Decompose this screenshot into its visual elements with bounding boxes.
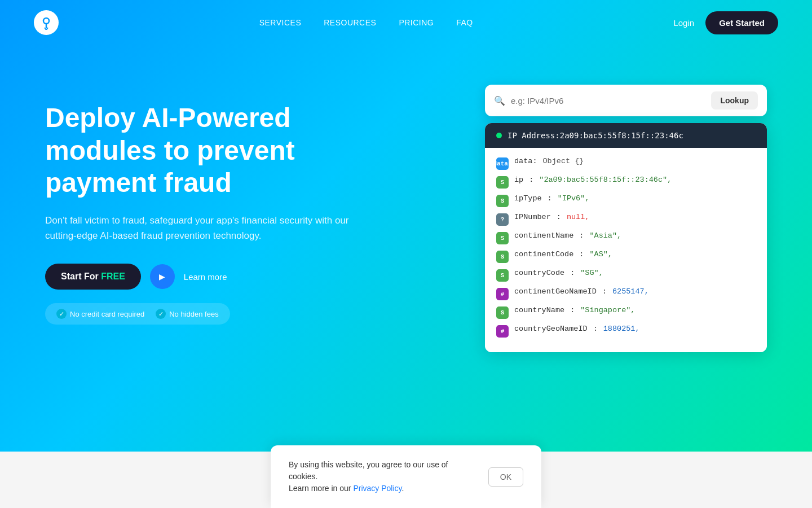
json-value-1: "IPv6",: [558, 194, 590, 203]
json-row-5: S countryCode : "SG",: [496, 269, 756, 282]
ok-button[interactable]: OK: [488, 467, 523, 487]
json-key-5: countryCode: [514, 269, 564, 277]
json-colon-0: :: [529, 176, 533, 184]
cookie-text: By using this website, you agree to our …: [289, 459, 477, 494]
badge-icon-0: S: [496, 176, 509, 189]
start-button[interactable]: Start For FREE: [45, 264, 141, 290]
login-button[interactable]: Login: [673, 18, 694, 28]
search-input[interactable]: [511, 96, 705, 106]
api-demo: 🔍 Lookup IP Address:2a09:bac5:55f8:15f::…: [485, 85, 767, 352]
json-value-7: "Singapore",: [580, 306, 635, 314]
json-row-data: data: data: Object {}: [496, 157, 756, 170]
privacy-policy-link[interactable]: Privacy Policy: [353, 484, 401, 493]
navbar: SERVICES RESOURCES PRICING FAQ Login Get…: [0, 0, 812, 45]
lookup-button[interactable]: Lookup: [711, 91, 758, 110]
json-row-8: # countryGeoNameID : 1880251,: [496, 325, 756, 338]
cookie-banner: By using this website, you agree to our …: [271, 445, 541, 508]
json-key-0: ip: [514, 176, 523, 184]
json-key-4: continentCode: [514, 250, 573, 259]
json-colon-5: :: [570, 269, 575, 277]
json-value-4: "AS",: [589, 250, 612, 259]
badge-icon-7: S: [496, 306, 509, 319]
nav-links: SERVICES RESOURCES PRICING FAQ: [259, 17, 473, 28]
hero-content: Deploy AI-Powered modules to prevent pay…: [0, 45, 812, 352]
badge-no-credit-label: No credit card required: [70, 310, 144, 318]
free-label: FREE: [101, 271, 125, 281]
badge-icon-8: #: [496, 325, 509, 338]
hero-left: Deploy AI-Powered modules to prevent pay…: [45, 79, 361, 325]
json-key-7: countryName: [514, 306, 564, 314]
json-colon-7: :: [570, 306, 575, 314]
get-started-button[interactable]: Get Started: [705, 11, 778, 34]
nav-faq[interactable]: FAQ: [456, 18, 473, 27]
json-value-5: "SG",: [580, 269, 603, 277]
api-result-header: IP Address:2a09:bac5:55f8:15f::23:46c: [485, 123, 767, 148]
json-colon-2: :: [557, 213, 561, 221]
play-icon: ▶: [159, 272, 165, 281]
hero-actions: Start For FREE ▶ Learn more: [45, 264, 361, 290]
nav-pricing[interactable]: PRICING: [399, 18, 434, 27]
hero-badges: ✓ No credit card required ✓ No hidden fe…: [45, 303, 230, 325]
check-icon-2: ✓: [156, 309, 166, 319]
search-icon: 🔍: [494, 95, 505, 106]
json-value-6: 6255147,: [612, 287, 649, 296]
badge-no-fees-label: No hidden fees: [169, 310, 218, 318]
api-result-body: data: data: Object {} S ip : "2a09:bac5:…: [485, 148, 767, 352]
json-row-3: S continentName : "Asia",: [496, 231, 756, 244]
nav-actions: Login Get Started: [673, 11, 778, 34]
json-row-0: S ip : "2a09:bac5:55f8:15f::23:46c",: [496, 176, 756, 189]
json-row-4: S continentCode : "AS",: [496, 250, 756, 263]
json-value-0: "2a09:bac5:55f8:15f::23:46c",: [539, 176, 672, 184]
json-key-data: data:: [514, 157, 537, 165]
badge-icon-5: S: [496, 269, 509, 282]
json-row-2: ? IPNumber : null,: [496, 213, 756, 226]
start-label: Start For: [61, 271, 101, 281]
nav-resources[interactable]: RESOURCES: [324, 18, 376, 27]
svg-point-0: [43, 18, 49, 24]
nav-services[interactable]: SERVICES: [259, 18, 302, 27]
json-value-3: "Asia",: [589, 231, 621, 240]
logo[interactable]: [34, 10, 59, 35]
status-dot: [496, 133, 502, 138]
json-data-type: Object {}: [543, 157, 584, 165]
json-colon-8: :: [593, 325, 598, 333]
hero-subtitle: Don't fall victim to fraud, safeguard yo…: [45, 213, 361, 243]
hero-title: Deploy AI-Powered modules to prevent pay…: [45, 102, 361, 199]
api-ip-text: IP Address:2a09:bac5:55f8:15f::23:46c: [508, 131, 683, 140]
json-key-6: continentGeoNameID: [514, 287, 597, 296]
json-row-1: S ipType : "IPv6",: [496, 194, 756, 207]
json-key-8: countryGeoNameID: [514, 325, 588, 333]
json-fields: S ip : "2a09:bac5:55f8:15f::23:46c", S i…: [496, 176, 756, 338]
json-row-6: # continentGeoNameID : 6255147,: [496, 287, 756, 300]
json-key-1: ipType: [514, 194, 542, 203]
badge-o-icon: data:: [496, 157, 509, 170]
badge-icon-3: S: [496, 232, 509, 244]
json-colon-4: :: [579, 250, 584, 259]
json-row-7: S countryName : "Singapore",: [496, 306, 756, 319]
learn-more-button[interactable]: Learn more: [184, 272, 227, 282]
json-colon-1: :: [548, 194, 552, 203]
badge-icon-2: ?: [496, 213, 509, 226]
json-value-8: 1880251,: [603, 325, 640, 333]
logo-icon: [34, 10, 59, 35]
check-icon-1: ✓: [56, 309, 67, 319]
badge-icon-6: #: [496, 288, 509, 300]
json-value-2: null,: [567, 213, 590, 221]
badge-no-fees: ✓ No hidden fees: [156, 309, 218, 319]
json-colon-3: :: [579, 231, 584, 240]
play-button[interactable]: ▶: [150, 264, 175, 289]
api-result-card: IP Address:2a09:bac5:55f8:15f::23:46c da…: [485, 123, 767, 352]
badge-no-credit: ✓ No credit card required: [56, 309, 144, 319]
json-colon-6: :: [602, 287, 607, 296]
badge-icon-4: S: [496, 251, 509, 263]
json-key-2: IPNumber: [514, 213, 551, 221]
json-key-3: continentName: [514, 231, 573, 240]
badge-icon-1: S: [496, 195, 509, 207]
api-search-bar: 🔍 Lookup: [485, 85, 767, 116]
